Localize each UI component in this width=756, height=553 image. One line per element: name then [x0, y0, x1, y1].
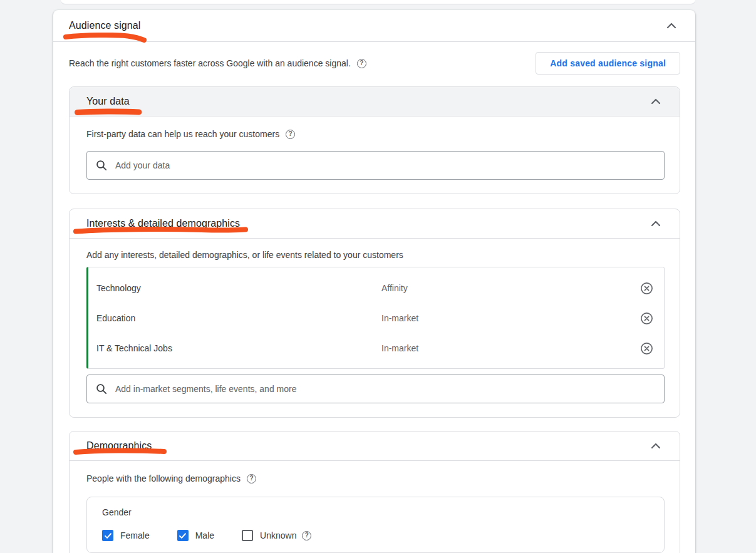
gender-box: Gender Female [86, 497, 665, 553]
audience-signal-description-row: Reach the right customers faster across … [69, 52, 680, 75]
audience-signal-header[interactable]: Audience signal [53, 10, 695, 42]
remove-interest-icon[interactable] [640, 312, 653, 325]
demographics-card: Demographics People with the following d… [69, 431, 680, 553]
unknown-checkbox[interactable] [242, 530, 253, 541]
interest-name: Technology [96, 283, 381, 293]
gender-option-female[interactable]: Female [102, 530, 150, 541]
remove-interest-icon[interactable] [640, 282, 653, 295]
interests-title: Interests & detailed demographics [86, 218, 240, 229]
unknown-label: Unknown [260, 530, 296, 540]
gender-option-male[interactable]: Male [177, 530, 214, 541]
female-checkbox[interactable] [102, 530, 113, 541]
remove-interest-icon[interactable] [640, 342, 653, 355]
checkmark-icon [179, 532, 187, 540]
demographics-title: Demographics [86, 440, 152, 452]
interest-name: Education [96, 313, 381, 323]
audience-signal-description: Reach the right customers faster across … [69, 58, 351, 68]
interest-name: IT & Technical Jobs [96, 343, 381, 353]
interests-description: Add any interests, detailed demographics… [86, 250, 403, 260]
demographics-header[interactable]: Demographics [70, 432, 680, 461]
interests-header[interactable]: Interests & detailed demographics [70, 209, 680, 239]
chevron-up-icon[interactable] [650, 95, 662, 108]
chevron-up-icon[interactable] [665, 19, 678, 32]
help-icon[interactable]: ? [286, 130, 295, 139]
selected-interests-list: Technology Affinity Education In-market [86, 267, 665, 369]
previous-card-bottom-edge [61, 0, 695, 4]
interests-card: Interests & detailed demographics Add an… [69, 209, 680, 418]
interest-row: Education In-market [88, 303, 664, 333]
chevron-up-icon[interactable] [650, 440, 662, 452]
your-data-header[interactable]: Your data [70, 87, 680, 116]
help-icon[interactable]: ? [357, 59, 366, 68]
female-label: Female [120, 530, 150, 540]
your-data-search-input[interactable] [115, 160, 655, 170]
audience-signal-title: Audience signal [69, 20, 140, 31]
search-icon [96, 160, 107, 171]
audience-signal-card: Audience signal Reach the right customer… [53, 10, 695, 553]
your-data-search-box[interactable] [86, 151, 665, 180]
your-data-description: First-party data can help us reach your … [86, 129, 279, 139]
male-checkbox[interactable] [177, 530, 189, 541]
search-icon [96, 383, 107, 395]
help-icon[interactable]: ? [302, 531, 311, 540]
interest-type: In-market [381, 343, 640, 353]
interests-search-box[interactable] [86, 375, 665, 403]
help-icon[interactable]: ? [247, 474, 256, 483]
checkmark-icon [104, 532, 112, 540]
demographics-description: People with the following demographics [86, 473, 241, 483]
male-label: Male [195, 530, 214, 540]
interest-row: Technology Affinity [88, 273, 664, 303]
interest-type: Affinity [381, 283, 640, 293]
interest-row: IT & Technical Jobs In-market [88, 333, 664, 363]
chevron-up-icon[interactable] [650, 217, 662, 230]
add-saved-audience-signal-button[interactable]: Add saved audience signal [536, 52, 680, 75]
interest-type: In-market [381, 313, 640, 323]
gender-option-unknown[interactable]: Unknown ? [242, 530, 311, 541]
your-data-card: Your data First-party data can help us r… [69, 86, 680, 194]
interests-search-input[interactable] [115, 384, 655, 394]
gender-label: Gender [102, 507, 649, 517]
your-data-title: Your data [86, 96, 130, 107]
